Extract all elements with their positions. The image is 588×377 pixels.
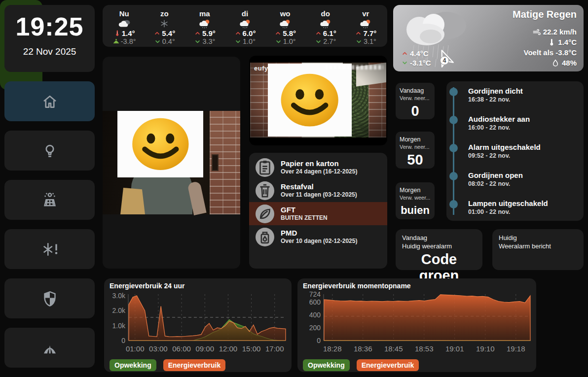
- stat-card-weather-tomorrow[interactable]: Morgen Verw. weer... buien: [396, 182, 435, 219]
- arrow-up-icon: [194, 30, 201, 37]
- camera-image: [103, 111, 240, 214]
- stat-label: Verw. neer...: [400, 143, 431, 150]
- temp-high: 5.8°: [283, 29, 296, 37]
- forecast-day-di[interactable]: di 6.0° 1.0°: [226, 9, 264, 47]
- grass-icon: [41, 339, 59, 357]
- waste-item-pmd[interactable]: PMD Over 10 dagen (02-12-2025): [249, 225, 387, 248]
- waste-name: Papier en karton: [281, 159, 357, 168]
- weather-condition-icon: [114, 18, 134, 29]
- weather-condition-icon: [154, 18, 174, 29]
- svg-text:03:00: 03:00: [149, 344, 168, 353]
- weather-condition-icon: [316, 18, 335, 29]
- lightbulb-icon: [41, 142, 59, 160]
- arrow-up-icon: [401, 50, 408, 57]
- chart-title: Energieverbruik 24 uur: [110, 282, 185, 290]
- waste-item-restafval[interactable]: Restafval Over 11 dagen (03-12-2025): [249, 179, 387, 202]
- stat-period: Morgen: [400, 186, 431, 194]
- stat-period: Vandaag: [400, 87, 431, 95]
- forecast-day-label: di: [226, 9, 264, 18]
- forecast-day-vr[interactable]: vr 7.7° 3.1°: [347, 9, 384, 47]
- event-time: 08:02 - 22 nov.: [468, 180, 584, 188]
- arrow-up-icon: [315, 30, 322, 37]
- legend-chip-energieverbruik[interactable]: Energieverbruik: [163, 359, 226, 371]
- svg-text:600: 600: [309, 298, 321, 306]
- wind-direction-icon: 4: [435, 48, 455, 69]
- camera-feed-front[interactable]: [103, 57, 240, 269]
- sidebar-item-garden[interactable]: [4, 328, 95, 368]
- timeline-item[interactable]: Audiostekker aan 16:00 - 22 nov.: [446, 114, 584, 132]
- sidebar-item-security[interactable]: [4, 278, 95, 318]
- sidebar-item-home[interactable]: [4, 81, 95, 121]
- sidebar-item-lights[interactable]: [4, 131, 95, 171]
- arrow-down-icon: [275, 38, 282, 45]
- svg-text:19:10: 19:10: [476, 344, 495, 353]
- svg-text:3.0k: 3.0k: [112, 292, 126, 300]
- leaf-icon: [256, 205, 274, 223]
- timeline-item[interactable]: Gordijnen open 08:02 - 22 nov.: [446, 171, 584, 188]
- timeline-dot: [449, 200, 458, 208]
- arrow-down-icon: [355, 38, 363, 45]
- feels-like-icon: [112, 38, 120, 45]
- forecast-day-nu[interactable]: Nu 1.4° -3.8°: [106, 9, 143, 47]
- weather-alert-message-card[interactable]: Huidig Weeralarm bericht: [492, 229, 584, 270]
- stat-card-precipitation-today[interactable]: Vandaag Verw. neer... 0: [396, 83, 435, 119]
- temp-low: 1.0°: [283, 37, 296, 45]
- privacy-overlay: [117, 111, 203, 177]
- temp-low: 1.0°: [243, 37, 256, 45]
- weather-alert-card[interactable]: Vandaag Huidig weeralarm Code groen: [396, 229, 482, 270]
- camera-feed-doorbell[interactable]: eufy: [249, 56, 387, 145]
- svg-text:01:00: 01:00: [126, 344, 145, 353]
- svg-text:2.0k: 2.0k: [112, 307, 126, 314]
- solar-panel-icon: [41, 191, 59, 209]
- timeline-item[interactable]: Lampen uitgeschakeld 01:00 - 22 nov.: [446, 199, 584, 216]
- waste-due: Over 24 dagen (16-12-2025): [281, 168, 357, 175]
- svg-text:0: 0: [121, 337, 125, 344]
- svg-text:18:45: 18:45: [384, 344, 403, 353]
- clock-date: 22 Nov 2025: [4, 46, 95, 57]
- timeline-item[interactable]: Gordijnen dicht 16:38 - 22 nov.: [446, 86, 584, 103]
- humidity-icon: [551, 59, 560, 68]
- temp-low: 3.3°: [202, 37, 215, 45]
- timeline-item[interactable]: Alarm uitgeschakeld 09:52 - 22 nov.: [446, 142, 584, 160]
- svg-text:06:00: 06:00: [172, 344, 191, 353]
- feels-like: Voelt als -3.8°C: [524, 47, 577, 58]
- stat-value: 50: [400, 152, 431, 168]
- energy-chart-24h-card: Energieverbruik 24 uur 01:0003:0006:0009…: [104, 278, 292, 372]
- temp-low: 0.4°: [162, 37, 175, 45]
- alert-label: Weeralarm bericht: [499, 242, 577, 250]
- svg-text:0: 0: [317, 337, 321, 344]
- event-time: 16:38 - 22 nov.: [468, 96, 584, 103]
- svg-text:18:36: 18:36: [354, 344, 372, 353]
- stat-label: Verw. neer...: [400, 95, 431, 102]
- stat-label: Verw. weer...: [400, 194, 431, 201]
- legend-chip-energieverbruik[interactable]: Energieverbruik: [357, 359, 419, 371]
- timeline-dot: [449, 116, 458, 124]
- thermometer-icon: [113, 30, 121, 37]
- event-timeline-card: Gordijnen dicht 16:38 - 22 nov. Audioste…: [446, 81, 584, 221]
- forecast-day-ma[interactable]: ma 5.9° 3.3°: [186, 9, 223, 47]
- dashboard: 19:25 22 Nov 2025 Nu 1.4° -3.8° zo 5.4° …: [0, 0, 588, 377]
- svg-text:19:01: 19:01: [445, 344, 464, 353]
- waste-item-papier[interactable]: Papier en karton Over 24 dagen (16-12-20…: [249, 156, 387, 179]
- waste-name: PMD: [281, 229, 357, 238]
- svg-text:12:00: 12:00: [219, 344, 238, 353]
- stat-period: Morgen: [400, 136, 431, 143]
- sidebar-item-climate[interactable]: [4, 229, 95, 269]
- thermometer-icon: [547, 38, 556, 47]
- forecast-day-wo[interactable]: wo 5.8° 1.0°: [266, 9, 304, 47]
- temp-low: -3.8°: [121, 37, 136, 45]
- svg-text:18:28: 18:28: [323, 344, 342, 353]
- legend-chip-opwekking[interactable]: Opwekking: [110, 359, 156, 371]
- legend-chip-opwekking[interactable]: Opwekking: [303, 359, 350, 371]
- waste-item-gft[interactable]: GFT BUITEN ZETTEN: [249, 202, 387, 225]
- snowflake-alert-icon: [41, 240, 59, 258]
- event-time: 01:00 - 22 nov.: [468, 208, 584, 216]
- weather-condition-icon: [356, 18, 375, 29]
- paper-bag: [120, 188, 145, 214]
- stat-card-precipitation-tomorrow[interactable]: Morgen Verw. neer... 50: [396, 132, 435, 169]
- weather-condition: Matige Regen: [513, 9, 577, 20]
- forecast-day-zo[interactable]: zo 5.4° 0.4°: [146, 9, 183, 47]
- current-weather-card[interactable]: Matige Regen 22.2 km/h 1.4°C Voelt als -…: [393, 5, 584, 71]
- sidebar-item-solar[interactable]: [4, 180, 95, 220]
- forecast-day-do[interactable]: do 6.1° 2.7°: [307, 9, 344, 47]
